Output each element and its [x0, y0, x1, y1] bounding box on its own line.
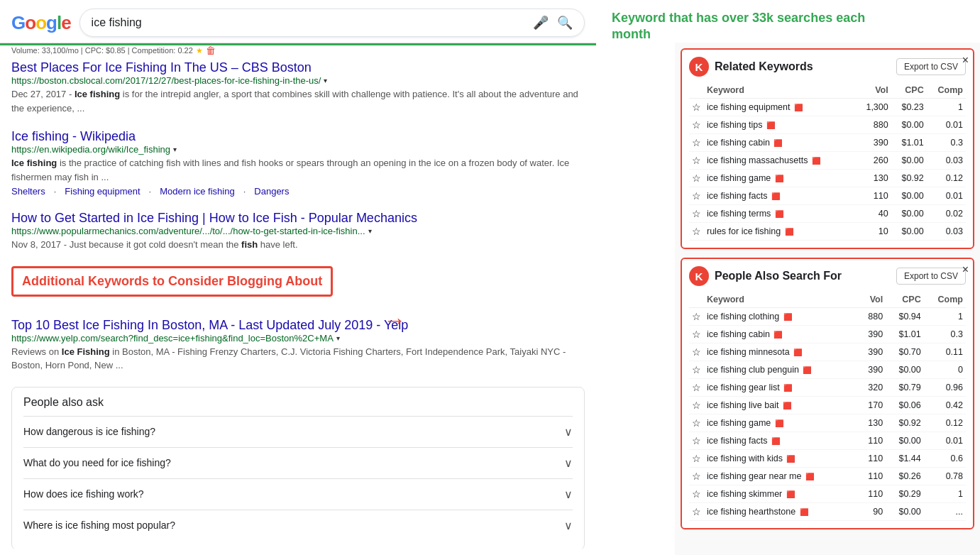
- keyword-cell[interactable]: ice fishing hearthstone 🟥: [704, 503, 858, 521]
- star-icon[interactable]: ☆: [689, 397, 704, 414]
- favorite-star-icon[interactable]: ★: [196, 46, 203, 55]
- col-comp: Comp: [927, 82, 966, 99]
- keyword-cell[interactable]: ice fishing live bait 🟥: [704, 397, 858, 414]
- cpc-cell: $0.70: [886, 344, 924, 361]
- star-icon[interactable]: ☆: [689, 187, 704, 205]
- keyword-cell[interactable]: ice fishing game 🟥: [704, 170, 856, 187]
- related-keywords-title: Related Keywords: [715, 60, 813, 73]
- keyword-cell[interactable]: ice fishing facts 🟥: [704, 187, 856, 205]
- star-icon[interactable]: ☆: [689, 223, 704, 241]
- result-title-2[interactable]: Ice fishing - Wikipedia: [11, 129, 585, 144]
- paa-item[interactable]: How does ice fishing work? ∨: [23, 478, 573, 510]
- related-keywords-table: Keyword Vol CPC Comp ☆ ice fishing equip…: [689, 82, 966, 241]
- sub-links-2: Shelters · Fishing equipment · Modern ic…: [11, 186, 585, 197]
- url-dropdown-icon[interactable]: ▾: [368, 227, 372, 235]
- vol-cell: 880: [856, 116, 891, 134]
- keyword-cell[interactable]: ice fishing gear list 🟥: [704, 379, 858, 397]
- keyword-cell[interactable]: ice fishing facts 🟥: [704, 432, 858, 450]
- vol-cell: 390: [858, 344, 886, 361]
- snippet-bold: Ice fishing: [11, 158, 57, 168]
- sub-link[interactable]: Dangers: [254, 186, 289, 197]
- chevron-down-icon: ∨: [564, 425, 573, 439]
- keyword-cell[interactable]: ice fishing equipment 🟥: [704, 99, 856, 116]
- star-icon[interactable]: ☆: [689, 308, 704, 326]
- col-keyword: Keyword: [704, 292, 858, 308]
- search-icon[interactable]: 🔍: [557, 15, 573, 31]
- mic-icon[interactable]: 🎤: [533, 15, 549, 31]
- export-people-search-csv-button[interactable]: Export to CSV: [896, 268, 966, 285]
- star-icon[interactable]: ☆: [689, 432, 704, 450]
- star-icon[interactable]: ☆: [689, 205, 704, 223]
- star-icon[interactable]: ☆: [689, 170, 704, 187]
- paa-item[interactable]: How dangerous is ice fishing? ∨: [23, 416, 573, 447]
- delete-icon[interactable]: 🗑: [206, 45, 216, 56]
- red-square-icon: 🟥: [783, 313, 792, 321]
- sub-link[interactable]: Modern ice fishing: [160, 186, 235, 197]
- star-icon[interactable]: ☆: [689, 503, 704, 521]
- result-title-3[interactable]: How to Get Started in Ice Fishing | How …: [11, 211, 585, 226]
- url-dropdown-icon[interactable]: ▾: [173, 145, 177, 153]
- col-comp: Comp: [924, 292, 966, 308]
- related-keywords-header: K Related Keywords Export to CSV: [689, 57, 966, 77]
- vol-cell: 90: [858, 503, 886, 521]
- keyword-cell[interactable]: ice fishing cabin 🟥: [704, 134, 856, 152]
- keyword-cell[interactable]: ice fishing massachusetts 🟥: [704, 152, 856, 170]
- keyword-cell[interactable]: ice fishing tips 🟥: [704, 116, 856, 134]
- google-serp-panel: Google 🎤 🔍 Volume: 33,100/mo | CPC: $0.8…: [0, 0, 596, 555]
- keyword-cell[interactable]: ice fishing clothing 🟥: [704, 308, 858, 326]
- red-square-icon: 🟥: [786, 490, 795, 498]
- result-snippet-2: Ice fishing is the practice of catching …: [11, 156, 585, 184]
- sub-link[interactable]: Fishing equipment: [65, 186, 140, 197]
- star-icon[interactable]: ☆: [689, 379, 704, 397]
- keyword-cell[interactable]: ice fishing gear near me 🟥: [704, 468, 858, 485]
- close-people-search-button[interactable]: ×: [962, 263, 969, 276]
- table-row: ☆ ice fishing with kids 🟥 110 $1.44 0.6: [689, 450, 966, 468]
- star-icon[interactable]: ☆: [689, 344, 704, 361]
- star-icon[interactable]: ☆: [689, 99, 704, 116]
- result-title-1[interactable]: Best Places For Ice Fishing In The US – …: [11, 60, 585, 75]
- paa-item[interactable]: Where is ice fishing most popular? ∨: [23, 510, 573, 541]
- red-square-icon: 🟥: [775, 419, 783, 427]
- url-dropdown-icon[interactable]: ▾: [336, 334, 340, 342]
- keyword-cell[interactable]: ice fishing game 🟥: [704, 414, 858, 432]
- keyword-cell[interactable]: ice fishing skimmer 🟥: [704, 485, 858, 503]
- keyword-cell[interactable]: ice fishing minnesota 🟥: [704, 344, 858, 361]
- chevron-down-icon: ∨: [564, 519, 573, 532]
- table-row: ☆ ice fishing game 🟥 130 $0.92 0.12: [689, 170, 966, 187]
- comp-cell: 0.78: [924, 468, 966, 485]
- star-icon[interactable]: ☆: [689, 485, 704, 503]
- keyword-cell[interactable]: ice fishing terms 🟥: [704, 205, 856, 223]
- comp-cell: 0.03: [927, 152, 966, 170]
- vol-cell: 390: [858, 361, 886, 379]
- people-also-ask-box: People also ask How dangerous is ice fis…: [11, 387, 585, 549]
- annotation-text: Keyword that has over 33k searches each …: [612, 10, 896, 43]
- export-related-csv-button[interactable]: Export to CSV: [896, 58, 966, 75]
- keyword-panels: × K Related Keywords Export to CSV Keywo…: [675, 43, 980, 555]
- keyword-cell[interactable]: ice fishing with kids 🟥: [704, 450, 858, 468]
- paa-title: People also ask: [23, 396, 573, 409]
- star-icon[interactable]: ☆: [689, 152, 704, 170]
- star-icon[interactable]: ☆: [689, 361, 704, 379]
- star-icon[interactable]: ☆: [689, 414, 704, 432]
- star-icon[interactable]: ☆: [689, 450, 704, 468]
- star-icon[interactable]: ☆: [689, 134, 704, 152]
- star-icon[interactable]: ☆: [689, 326, 704, 344]
- star-icon[interactable]: ☆: [689, 116, 704, 134]
- keyword-cell[interactable]: ice fishing club penguin 🟥: [704, 361, 858, 379]
- table-row: ☆ ice fishing gear list 🟥 320 $0.79 0.96: [689, 379, 966, 397]
- cpc-cell: $0.00: [886, 503, 924, 521]
- sub-link[interactable]: Shelters: [11, 186, 45, 197]
- result-item: Ice fishing - Wikipedia https://en.wikip…: [11, 129, 585, 197]
- search-box[interactable]: 🎤 🔍: [79, 9, 585, 37]
- url-dropdown-icon[interactable]: ▾: [324, 77, 327, 84]
- result-title-yelp[interactable]: Top 10 Best Ice Fishing In Boston, MA - …: [11, 318, 585, 333]
- keyword-cell[interactable]: ice fishing cabin 🟥: [704, 326, 858, 344]
- table-row: ☆ ice fishing game 🟥 130 $0.92 0.12: [689, 414, 966, 432]
- red-square-icon: 🟥: [773, 139, 782, 147]
- col-vol: Vol: [856, 82, 891, 99]
- close-related-keywords-button[interactable]: ×: [962, 54, 969, 67]
- keyword-cell[interactable]: rules for ice fishing 🟥: [704, 223, 856, 241]
- star-icon[interactable]: ☆: [689, 468, 704, 485]
- paa-item[interactable]: What do you need for ice fishing? ∨: [23, 447, 573, 478]
- search-input[interactable]: [92, 16, 527, 29]
